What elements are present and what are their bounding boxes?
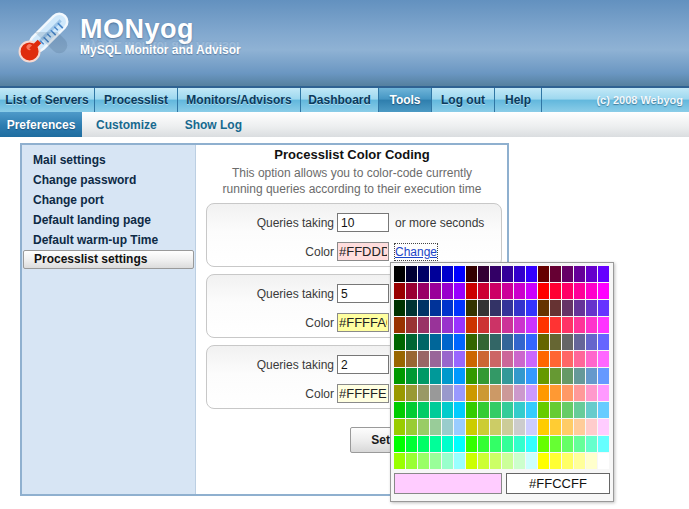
- sidebar-item-processlist-settings[interactable]: Processlist settings: [23, 250, 194, 269]
- palette-swatch[interactable]: [430, 402, 441, 418]
- palette-swatch[interactable]: [538, 402, 549, 418]
- palette-swatch[interactable]: [478, 419, 489, 435]
- palette-swatch[interactable]: [598, 385, 609, 401]
- palette-swatch[interactable]: [394, 300, 405, 316]
- palette-swatch[interactable]: [562, 385, 573, 401]
- seconds-input-3[interactable]: [337, 355, 389, 374]
- palette-swatch[interactable]: [514, 368, 525, 384]
- palette-swatch[interactable]: [538, 283, 549, 299]
- palette-swatch[interactable]: [526, 402, 537, 418]
- palette-swatch[interactable]: [442, 317, 453, 333]
- palette-swatch[interactable]: [490, 300, 501, 316]
- nav-tab-monitors-advisors[interactable]: Monitors/Advisors: [178, 88, 301, 112]
- sidebar-item-default-landing-page[interactable]: Default landing page: [22, 210, 195, 230]
- palette-swatch[interactable]: [502, 283, 513, 299]
- palette-swatch[interactable]: [394, 368, 405, 384]
- palette-swatch[interactable]: [454, 300, 465, 316]
- palette-swatch[interactable]: [430, 334, 441, 350]
- palette-swatch[interactable]: [394, 385, 405, 401]
- palette-swatch[interactable]: [406, 300, 417, 316]
- palette-swatch[interactable]: [478, 283, 489, 299]
- palette-swatch[interactable]: [490, 317, 501, 333]
- sidebar-item-default-warm-up-time[interactable]: Default warm-up Time: [22, 230, 195, 250]
- palette-swatch[interactable]: [478, 317, 489, 333]
- palette-swatch[interactable]: [502, 385, 513, 401]
- palette-swatch[interactable]: [418, 351, 429, 367]
- subnav-tab-show-log[interactable]: Show Log: [171, 112, 256, 137]
- palette-swatch[interactable]: [478, 402, 489, 418]
- palette-swatch[interactable]: [490, 385, 501, 401]
- palette-swatch[interactable]: [442, 266, 453, 282]
- palette-swatch[interactable]: [406, 402, 417, 418]
- palette-swatch[interactable]: [586, 402, 597, 418]
- palette-swatch[interactable]: [394, 334, 405, 350]
- palette-swatch[interactable]: [442, 334, 453, 350]
- palette-swatch[interactable]: [454, 283, 465, 299]
- palette-swatch[interactable]: [502, 419, 513, 435]
- palette-swatch[interactable]: [418, 436, 429, 452]
- palette-swatch[interactable]: [574, 283, 585, 299]
- nav-tab-list-of-servers[interactable]: List of Servers: [0, 88, 95, 112]
- palette-swatch[interactable]: [550, 385, 561, 401]
- palette-swatch[interactable]: [442, 419, 453, 435]
- palette-swatch[interactable]: [466, 351, 477, 367]
- palette-swatch[interactable]: [466, 266, 477, 282]
- palette-swatch[interactable]: [478, 453, 489, 469]
- palette-swatch[interactable]: [538, 453, 549, 469]
- palette-swatch[interactable]: [550, 436, 561, 452]
- palette-swatch[interactable]: [538, 385, 549, 401]
- sidebar-item-change-password[interactable]: Change password: [22, 170, 195, 190]
- palette-swatch[interactable]: [454, 334, 465, 350]
- palette-swatch[interactable]: [538, 266, 549, 282]
- palette-swatch[interactable]: [598, 368, 609, 384]
- palette-swatch[interactable]: [550, 453, 561, 469]
- palette-swatch[interactable]: [550, 266, 561, 282]
- palette-swatch[interactable]: [442, 436, 453, 452]
- sidebar-item-change-port[interactable]: Change port: [22, 190, 195, 210]
- palette-swatch[interactable]: [406, 368, 417, 384]
- palette-swatch[interactable]: [514, 436, 525, 452]
- palette-swatch[interactable]: [478, 385, 489, 401]
- palette-swatch[interactable]: [514, 334, 525, 350]
- palette-swatch[interactable]: [538, 300, 549, 316]
- color-hex-field[interactable]: #FFCCFF: [506, 473, 610, 494]
- palette-swatch[interactable]: [514, 283, 525, 299]
- palette-swatch[interactable]: [598, 436, 609, 452]
- palette-swatch[interactable]: [502, 368, 513, 384]
- palette-swatch[interactable]: [418, 334, 429, 350]
- palette-swatch[interactable]: [526, 453, 537, 469]
- palette-swatch[interactable]: [490, 419, 501, 435]
- palette-swatch[interactable]: [562, 453, 573, 469]
- palette-swatch[interactable]: [478, 334, 489, 350]
- palette-swatch[interactable]: [490, 351, 501, 367]
- palette-swatch[interactable]: [430, 351, 441, 367]
- palette-swatch[interactable]: [418, 368, 429, 384]
- palette-swatch[interactable]: [562, 402, 573, 418]
- palette-swatch[interactable]: [418, 402, 429, 418]
- palette-swatch[interactable]: [442, 402, 453, 418]
- palette-swatch[interactable]: [538, 351, 549, 367]
- palette-swatch[interactable]: [394, 453, 405, 469]
- palette-swatch[interactable]: [478, 351, 489, 367]
- color-value-input-2[interactable]: [337, 313, 389, 332]
- palette-swatch[interactable]: [514, 385, 525, 401]
- palette-swatch[interactable]: [550, 283, 561, 299]
- palette-swatch[interactable]: [406, 419, 417, 435]
- palette-swatch[interactable]: [478, 368, 489, 384]
- palette-swatch[interactable]: [430, 266, 441, 282]
- palette-swatch[interactable]: [406, 351, 417, 367]
- palette-swatch[interactable]: [550, 317, 561, 333]
- palette-swatch[interactable]: [466, 317, 477, 333]
- palette-swatch[interactable]: [430, 317, 441, 333]
- palette-swatch[interactable]: [574, 317, 585, 333]
- palette-swatch[interactable]: [598, 419, 609, 435]
- seconds-input-1[interactable]: [337, 213, 389, 232]
- palette-swatch[interactable]: [526, 334, 537, 350]
- palette-swatch[interactable]: [514, 453, 525, 469]
- palette-swatch[interactable]: [490, 453, 501, 469]
- nav-tab-dashboard[interactable]: Dashboard: [301, 88, 379, 112]
- palette-swatch[interactable]: [418, 283, 429, 299]
- palette-swatch[interactable]: [586, 351, 597, 367]
- nav-tab-log-out[interactable]: Log out: [432, 88, 495, 112]
- palette-swatch[interactable]: [502, 453, 513, 469]
